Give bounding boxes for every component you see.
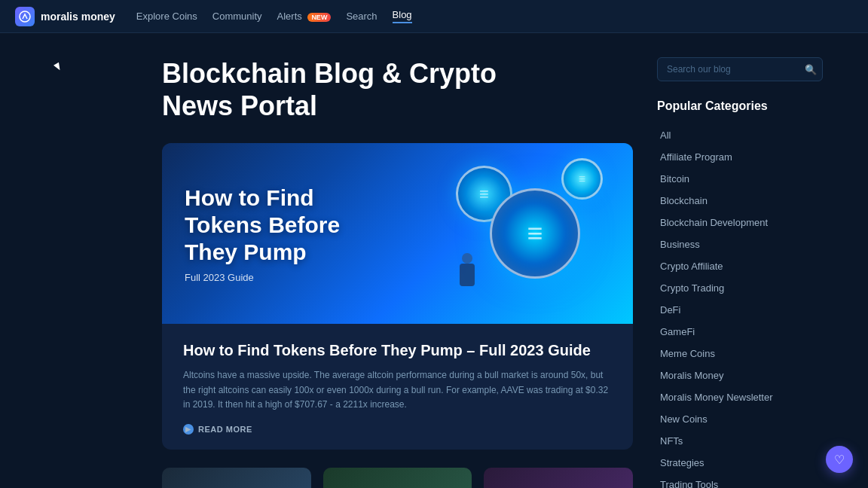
category-item[interactable]: Affiliate Program: [657, 147, 823, 167]
nav-search[interactable]: Search: [346, 11, 377, 22]
coin-small: [561, 158, 603, 200]
svg-point-0: [20, 11, 30, 22]
read-more-link[interactable]: ▶ READ MORE: [183, 424, 612, 435]
category-item[interactable]: Strategies: [657, 453, 823, 473]
nav-blog[interactable]: Blog: [393, 9, 412, 23]
diver-figure: [445, 256, 490, 301]
small-card-3[interactable]: [484, 468, 633, 488]
category-item[interactable]: Moralis Money Newsletter: [657, 387, 823, 407]
nav-explore-coins[interactable]: Explore Coins: [136, 11, 197, 22]
category-item[interactable]: NFTs: [657, 431, 823, 451]
sidebar: 🔍 Popular Categories AllAffiliate Progra…: [657, 57, 823, 488]
nav-community[interactable]: Community: [212, 11, 262, 22]
category-item[interactable]: New Coins: [657, 409, 823, 429]
category-item[interactable]: Crypto Trading: [657, 278, 823, 298]
read-more-icon: ▶: [183, 424, 194, 435]
featured-image-subtitle: Full 2023 Guide: [185, 272, 381, 283]
main-container: Blockchain Blog & Crypto News Portal How…: [0, 33, 868, 488]
category-item[interactable]: Meme Coins: [657, 343, 823, 364]
category-item[interactable]: Blockchain: [657, 191, 823, 211]
categories-title: Popular Categories: [657, 99, 823, 113]
category-item[interactable]: All: [657, 125, 823, 145]
logo-icon: [15, 7, 35, 26]
featured-image-title: How to Find Tokens Before They Pump: [185, 185, 381, 266]
coins-decoration: [414, 151, 610, 316]
chat-icon: ♡: [834, 453, 845, 467]
chat-bubble[interactable]: ♡: [826, 446, 853, 473]
category-list: AllAffiliate ProgramBitcoinBlockchainBlo…: [657, 125, 823, 488]
category-item[interactable]: Business: [657, 234, 823, 255]
category-item[interactable]: GameFi: [657, 322, 823, 342]
category-item[interactable]: Blockchain Development: [657, 212, 823, 233]
featured-image-text: How to Find Tokens Before They Pump Full…: [185, 185, 381, 283]
category-item[interactable]: Moralis Money: [657, 365, 823, 386]
search-button[interactable]: 🔍: [805, 64, 817, 75]
featured-article-title: How to Find Tokens Before They Pump – Fu…: [183, 342, 612, 359]
search-input[interactable]: [657, 57, 823, 81]
alerts-badge: NEW: [307, 13, 331, 22]
nav-alerts[interactable]: Alerts NEW: [277, 11, 332, 22]
featured-article-excerpt: Altcoins have a massive upside. The aver…: [183, 368, 612, 412]
brand-name: moralis money: [41, 11, 115, 23]
coin-large: [490, 188, 580, 279]
featured-card-image: How to Find Tokens Before They Pump Full…: [162, 143, 633, 324]
small-card-1[interactable]: [162, 468, 311, 488]
nav-logo[interactable]: moralis money: [15, 7, 115, 26]
read-more-label: READ MORE: [198, 425, 252, 434]
category-item[interactable]: Bitcoin: [657, 169, 823, 189]
small-cards-row: [162, 468, 633, 488]
navbar: moralis money Explore Coins Community Al…: [0, 0, 868, 33]
content-area: Blockchain Blog & Crypto News Portal How…: [162, 57, 633, 488]
category-item[interactable]: DeFi: [657, 300, 823, 320]
featured-card: How to Find Tokens Before They Pump Full…: [162, 143, 633, 450]
featured-card-body: How to Find Tokens Before They Pump – Fu…: [162, 324, 633, 450]
category-item[interactable]: Crypto Affiliate: [657, 256, 823, 276]
nav-links: Explore Coins Community Alerts NEW Searc…: [136, 9, 412, 23]
small-card-2[interactable]: [323, 468, 472, 488]
category-item[interactable]: Trading Tools: [657, 474, 823, 488]
search-box: 🔍: [657, 57, 823, 81]
page-title: Blockchain Blog & Crypto News Portal: [162, 57, 633, 122]
